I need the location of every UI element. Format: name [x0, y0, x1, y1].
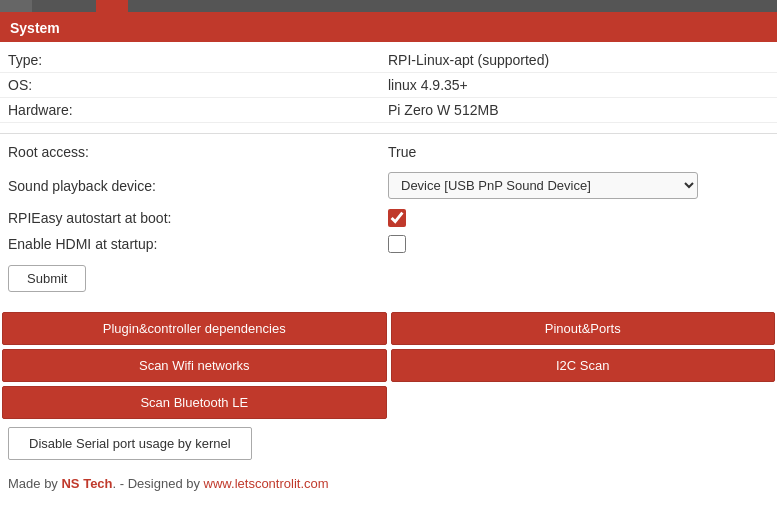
nav-tools[interactable] [224, 0, 256, 12]
type-value: RPI-Linux-apt (supported) [388, 52, 769, 68]
i2c-scan-button[interactable]: I2C Scan [391, 349, 776, 382]
footer-brand: NS Tech [61, 476, 112, 491]
footer: Made by NS Tech. - Designed by www.letsc… [0, 466, 777, 499]
scan-wifi-button[interactable]: Scan Wifi networks [2, 349, 387, 382]
nav-rules[interactable] [160, 0, 192, 12]
plugin-deps-button[interactable]: Plugin&controller dependencies [2, 312, 387, 345]
hardware-value: Pi Zero W 512MB [388, 102, 769, 118]
type-row: Type: RPI-Linux-apt (supported) [0, 48, 777, 73]
hdmi-label: Enable HDMI at startup: [8, 236, 388, 252]
autostart-checkbox[interactable] [388, 209, 406, 227]
nav-controllers[interactable] [64, 0, 96, 12]
submit-button[interactable]: Submit [8, 265, 86, 292]
submit-area: Submit [0, 257, 777, 304]
sound-device-select[interactable]: Device [USB PnP Sound Device] [388, 172, 698, 199]
root-access-value: True [388, 144, 769, 160]
nav-hardware[interactable] [96, 0, 128, 12]
pinout-ports-button[interactable]: Pinout&Ports [391, 312, 776, 345]
autostart-label: RPIEasy autostart at boot: [8, 210, 388, 226]
nav-bar [0, 0, 777, 14]
sound-device-select-wrapper: Device [USB PnP Sound Device] [388, 172, 769, 199]
hdmi-checkbox[interactable] [388, 235, 406, 253]
autostart-row: RPIEasy autostart at boot: [0, 205, 777, 231]
footer-link[interactable]: www.letscontrolit.com [204, 476, 329, 491]
sound-device-row: Sound playback device: Device [USB PnP S… [0, 166, 777, 205]
type-label: Type: [8, 52, 388, 68]
hardware-label: Hardware: [8, 102, 388, 118]
os-row: OS: linux 4.9.35+ [0, 73, 777, 98]
system-info-table: Type: RPI-Linux-apt (supported) OS: linu… [0, 42, 777, 129]
root-access-label: Root access: [8, 144, 388, 160]
scan-bluetooth-button[interactable]: Scan Bluetooth LE [2, 386, 387, 419]
nav-config[interactable] [32, 0, 64, 12]
os-value: linux 4.9.35+ [388, 77, 769, 93]
nav-devices[interactable] [128, 0, 160, 12]
disable-serial-button[interactable]: Disable Serial port usage by kernel [8, 427, 252, 460]
sound-device-label: Sound playback device: [8, 178, 388, 194]
nav-notifications[interactable] [192, 0, 224, 12]
hardware-row: Hardware: Pi Zero W 512MB [0, 98, 777, 123]
hdmi-row: Enable HDMI at startup: [0, 231, 777, 257]
system-header: System [0, 14, 777, 42]
footer-middle: . - Designed by [113, 476, 204, 491]
footer-made-by: Made by [8, 476, 61, 491]
action-buttons: Plugin&controller dependencies Pinout&Po… [0, 310, 777, 421]
nav-main[interactable] [0, 0, 32, 12]
os-label: OS: [8, 77, 388, 93]
disable-serial-area: Disable Serial port usage by kernel [0, 421, 777, 466]
root-access-row: Root access: True [0, 138, 777, 166]
divider-1 [0, 133, 777, 134]
